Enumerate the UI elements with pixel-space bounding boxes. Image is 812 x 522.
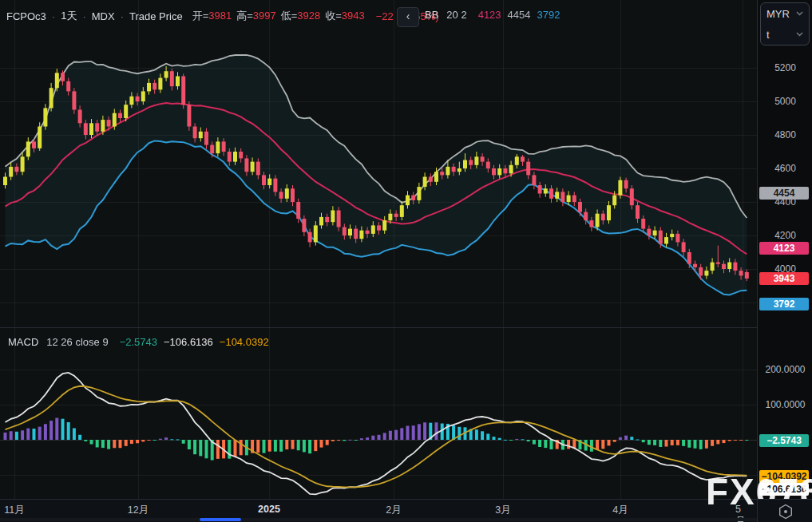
indicator-value: 4454: [508, 9, 531, 21]
time-label: 11月: [4, 504, 24, 517]
unit-label: t: [766, 29, 770, 41]
indicator-value: 4123: [478, 9, 501, 21]
price-label: 4600: [758, 163, 812, 174]
time-label: 4月: [612, 504, 628, 517]
scrollbar-thumb[interactable]: [200, 518, 241, 521]
collapse-legend-button[interactable]: ‹: [397, 7, 419, 27]
macd-scale-label: 200.0000: [758, 364, 812, 375]
time-label: 12月: [128, 504, 149, 517]
bb-label: BB: [425, 9, 438, 21]
macd-params: 12 26 close 9: [46, 336, 108, 348]
bb-legend: BB 20 2 412344543792: [425, 9, 560, 21]
price-badge: 3792: [759, 298, 809, 310]
indicator-value: −2.5743: [120, 336, 157, 348]
price-badge: 4123: [759, 242, 809, 255]
scale-settings-box: MYR t: [760, 2, 810, 45]
price-label: 4200: [758, 230, 812, 241]
legend-separator: ·: [81, 10, 86, 22]
currency-label: MYR: [766, 8, 790, 20]
macd-badge: −2.5743: [759, 434, 809, 447]
pane-separator[interactable]: [0, 327, 757, 328]
price-label: 4800: [758, 129, 812, 140]
price-badge: 4454: [759, 187, 809, 200]
price-label: 5000: [758, 96, 812, 107]
price-chart-canvas[interactable]: [0, 0, 757, 327]
time-label: 2025: [258, 504, 280, 515]
bb-values: 412344543792: [472, 9, 560, 21]
chevron-down-icon: [796, 11, 803, 16]
macd-badge: −104.0392: [759, 470, 809, 483]
ohlc-item: 低=3928: [281, 10, 321, 22]
series-type-label: Trade Price: [129, 10, 183, 22]
price-label: 5200: [758, 62, 812, 73]
time-label: 3月: [495, 504, 510, 517]
ohlc-item: 高=3997: [236, 10, 276, 22]
macd-badge: −106.6136: [759, 483, 809, 496]
ohlc-values: 开=3981高=3997低=3928收=3943: [188, 9, 365, 23]
unit-dropdown[interactable]: t: [761, 24, 809, 45]
indicator-value: 3792: [537, 9, 560, 21]
symbol-title: FCPOc3: [6, 10, 46, 22]
horizontal-scrollbar[interactable]: [0, 518, 757, 521]
ohlc-item: 收=3943: [325, 10, 365, 22]
macd-legend: MACD 12 26 close 9 −2.5743−106.6136−104.…: [8, 336, 269, 348]
macd-chart-canvas[interactable]: [0, 327, 757, 499]
settings-gear-icon[interactable]: [777, 503, 794, 520]
exchange-label: MDX: [92, 10, 115, 22]
bb-params: 20 2: [446, 9, 466, 21]
macd-scale-label: 100.0000: [758, 399, 812, 410]
price-axis[interactable]: MYR t 5200500048004600440042004000445441…: [757, 0, 812, 522]
macd-values: −2.5743−106.6136−104.0392: [113, 336, 269, 348]
price-badge: 3943: [759, 272, 809, 285]
legend-separator: ·: [51, 10, 56, 22]
macd-label: MACD: [8, 336, 38, 348]
legend-separator: ·: [120, 10, 125, 22]
axis-corner: [757, 499, 812, 522]
symbol-legend: FCPOc3 · 1天 · MDX · Trade Price 开=3981高=…: [6, 9, 439, 23]
indicator-value: −104.0392: [220, 336, 269, 348]
indicator-value: −106.6136: [164, 336, 213, 348]
ohlc-item: 开=3981: [192, 10, 232, 22]
chevron-down-icon: [796, 32, 803, 37]
trading-chart-app: FCPOc3 · 1天 · MDX · Trade Price 开=3981高=…: [0, 0, 812, 522]
time-label: 2月: [386, 504, 401, 517]
currency-dropdown[interactable]: MYR: [761, 3, 809, 24]
interval-label: 1天: [61, 9, 77, 23]
